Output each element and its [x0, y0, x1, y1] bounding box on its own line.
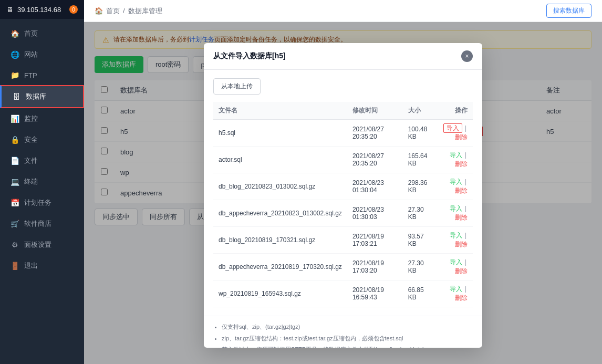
file-size: 27.30 KB [403, 200, 438, 227]
notification-badge: 0 [69, 5, 78, 14]
sidebar-item-terminal[interactable]: 💻 终端 [0, 171, 84, 192]
modal-overlay[interactable]: 从文件导入数据库[h5] × 从本地上传 文件名 修改时间 大小 操作 [84, 22, 602, 364]
sidebar-item-label: 计划任务 [24, 198, 51, 207]
file-name: db_blog_20210819_170321.sql.gz [213, 227, 347, 254]
file-actions: 导入 | 删除 [438, 173, 473, 200]
sidebar-item-label: 文件 [24, 156, 38, 165]
file-delete-button[interactable]: 删除 [455, 241, 468, 248]
file-delete-button[interactable]: 删除 [455, 187, 468, 194]
sidebar-item-settings[interactable]: ⚙ 面板设置 [0, 234, 84, 255]
settings-icon: ⚙ [11, 241, 19, 249]
file-delete-button[interactable]: 删除 [455, 133, 468, 141]
file-col-modified: 修改时间 [347, 102, 403, 120]
file-row: db_appecheverra_20210819_170320.sql.gz 2… [213, 254, 473, 280]
file-row: wp_20210819_165943.sql.gz 2021/08/19 16:… [213, 280, 473, 307]
modal-close-button[interactable]: × [461, 50, 473, 62]
sidebar-item-monitor[interactable]: 📊 监控 [0, 108, 84, 129]
file-name: db_appecheverra_20210823_013002.sql.gz [213, 200, 347, 227]
note-2: zip、tar.gz压缩包结构：test.zip或test.tar.gz压缩包内… [222, 334, 473, 344]
sidebar-item-database[interactable]: 🗄 数据库 [0, 85, 84, 108]
sidebar-item-label: 安全 [24, 135, 38, 144]
sidebar-item-label: 首页 [24, 29, 38, 38]
modal-title: 从文件导入数据库[h5] [213, 51, 286, 61]
breadcrumb-current: 数据库管理 [128, 6, 162, 16]
note-3: 若文件过大，您还可以使用SFTP工具，将数据库文件上传到/www/backup/… [222, 345, 473, 348]
import-modal: 从文件导入数据库[h5] × 从本地上传 文件名 修改时间 大小 操作 [204, 43, 482, 348]
logout-icon: 🚪 [11, 262, 19, 270]
sidebar-item-label: FTP [24, 71, 37, 79]
modal-footer: 仅支持sql、zip、(tar.gz|gz|tgz) zip、tar.gz压缩包… [204, 316, 482, 348]
file-delete-button[interactable]: 删除 [455, 294, 468, 301]
file-delete-button[interactable]: 删除 [455, 267, 468, 275]
file-import-button[interactable]: 导入 [443, 123, 462, 133]
sidebar-item-label: 数据库 [26, 92, 46, 101]
monitor-icon: 🖥 [6, 6, 13, 14]
file-actions: 导入 | 删除 [438, 147, 473, 173]
file-name: db_blog_20210823_013002.sql.gz [213, 173, 347, 200]
home-icon: 🏠 [11, 29, 19, 38]
file-delete-button[interactable]: 删除 [455, 160, 468, 168]
terminal-icon: 💻 [11, 178, 19, 186]
file-name: h5.sql [213, 120, 347, 147]
sidebar-item-security[interactable]: 🔒 安全 [0, 129, 84, 150]
file-import-button[interactable]: 导入 [450, 258, 462, 266]
breadcrumb-sep: / [123, 7, 125, 15]
file-row: db_appecheverra_20210823_013002.sql.gz 2… [213, 200, 473, 227]
files-icon: 📄 [11, 157, 19, 165]
file-modified: 2021/08/19 17:03:21 [347, 227, 403, 254]
file-import-button[interactable]: 导入 [450, 151, 462, 159]
file-modified: 2021/08/23 01:30:04 [347, 173, 403, 200]
sidebar-item-logout[interactable]: 🚪 退出 [0, 255, 84, 276]
breadcrumb: 🏠 首页 / 数据库管理 [95, 6, 162, 16]
sidebar-header: 🖥 39.105.134.68 0 [0, 0, 84, 19]
file-delete-button[interactable]: 删除 [455, 214, 468, 221]
sidebar-item-label: 终端 [24, 177, 38, 186]
file-size: 93.57 KB [403, 227, 438, 254]
file-row: db_blog_20210819_170321.sql.gz 2021/08/1… [213, 227, 473, 254]
sidebar-item-store[interactable]: 🛒 软件商店 [0, 213, 84, 234]
sidebar-item-files[interactable]: 📄 文件 [0, 150, 84, 171]
file-row: actor.sql 2021/08/27 20:35:20 165.64 KB … [213, 147, 473, 173]
sidebar: 🖥 39.105.134.68 0 🏠 首页 🌐 网站 📁 FTP 🗄 数据库 … [0, 0, 84, 364]
sidebar-item-ftp[interactable]: 📁 FTP [0, 65, 84, 85]
server-address: 39.105.134.68 [17, 6, 61, 14]
file-actions: 导入 | 删除 [438, 120, 473, 147]
file-row: h5.sql 2021/08/27 20:35:20 100.48 KB 导入 … [213, 120, 473, 147]
sidebar-item-website[interactable]: 🌐 网站 [0, 44, 84, 65]
sidebar-item-label: 退出 [24, 261, 38, 271]
file-name: db_appecheverra_20210819_170320.sql.gz [213, 254, 347, 280]
search-database-button[interactable]: 搜索数据库 [546, 4, 591, 18]
security-icon: 🔒 [11, 136, 19, 144]
file-size: 100.48 KB [403, 120, 438, 147]
sidebar-item-schedule[interactable]: 📅 计划任务 [0, 192, 84, 213]
file-col-action: 操作 [438, 102, 473, 120]
file-import-button[interactable]: 导入 [450, 205, 462, 212]
file-table: 文件名 修改时间 大小 操作 h5.sql 2021/08/27 20:35:2… [213, 102, 473, 307]
file-size: 165.64 KB [403, 147, 438, 173]
file-modified: 2021/08/27 20:35:20 [347, 147, 403, 173]
file-import-button[interactable]: 导入 [450, 178, 462, 185]
ftp-icon: 📁 [11, 71, 19, 79]
breadcrumb-home[interactable]: 首页 [106, 6, 120, 16]
modal-header: 从文件导入数据库[h5] × [204, 43, 482, 70]
topbar: 🏠 首页 / 数据库管理 搜索数据库 [84, 0, 602, 22]
website-icon: 🌐 [11, 50, 19, 59]
database-icon: 🗄 [12, 92, 20, 101]
home-icon: 🏠 [95, 7, 103, 15]
file-row: db_blog_20210823_013002.sql.gz 2021/08/2… [213, 173, 473, 200]
schedule-icon: 📅 [11, 199, 19, 207]
file-name: wp_20210819_165943.sql.gz [213, 280, 347, 307]
modal-body: 从本地上传 文件名 修改时间 大小 操作 h5.s [204, 70, 482, 316]
file-size: 298.36 KB [403, 173, 438, 200]
sidebar-item-home[interactable]: 🏠 首页 [0, 23, 84, 44]
file-col-name: 文件名 [213, 102, 347, 120]
note-1: 仅支持sql、zip、(tar.gz|gz|tgz) [222, 323, 473, 332]
upload-local-button[interactable]: 从本地上传 [213, 78, 261, 95]
file-modified: 2021/08/27 20:35:20 [347, 120, 403, 147]
content-area: ⚠ 请在添加数据库后，务必到计划任务页面添加定时备份任务，以确保您的数据安全。 … [84, 22, 602, 364]
file-col-size: 大小 [403, 102, 438, 120]
file-import-button[interactable]: 导入 [450, 232, 462, 239]
sidebar-item-label: 监控 [24, 114, 38, 123]
sidebar-item-label: 网站 [24, 50, 38, 59]
file-import-button[interactable]: 导入 [450, 285, 462, 293]
